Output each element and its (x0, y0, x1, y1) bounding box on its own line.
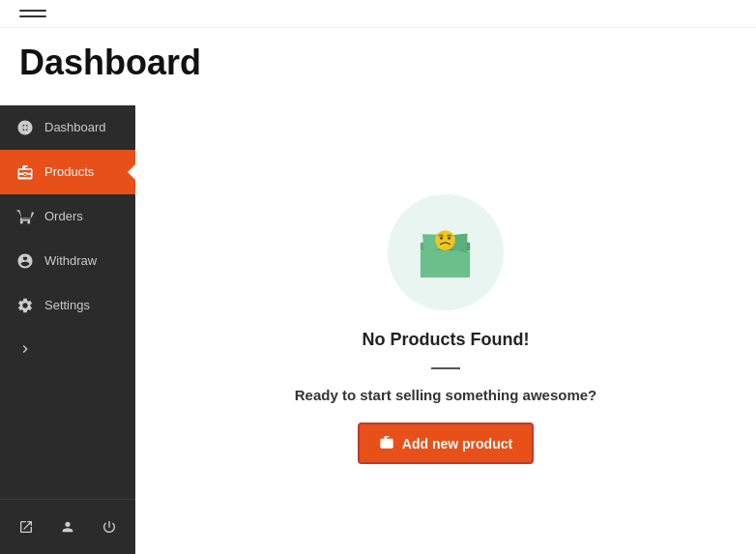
gear-icon (15, 297, 35, 314)
hamburger-menu[interactable] (19, 10, 46, 17)
sidebar-nav: Dashboard Products Orders (0, 105, 135, 370)
sidebar-label-orders: Orders (44, 209, 83, 223)
top-bar (0, 0, 756, 28)
empty-state-title: No Products Found! (363, 330, 530, 350)
briefcase-btn-icon (379, 434, 394, 452)
add-product-label: Add new product (402, 436, 512, 452)
external-link-button[interactable] (8, 511, 45, 542)
sidebar-item-withdraw[interactable]: Withdraw (0, 239, 135, 283)
sidebar-item-settings[interactable]: Settings (0, 283, 135, 328)
sidebar-item-dashboard[interactable]: Dashboard (0, 105, 135, 150)
main-layout: Dashboard Products Orders (0, 105, 756, 554)
empty-state-subtitle: Ready to start selling something awesome… (295, 387, 597, 403)
sidebar-item-products[interactable]: Products (0, 150, 135, 194)
svg-point-8 (448, 237, 451, 240)
cart-icon (15, 208, 35, 225)
briefcase-icon (15, 163, 35, 181)
empty-state-icon-circle (388, 194, 504, 310)
svg-point-6 (436, 230, 456, 250)
sidebar-bottom (0, 499, 135, 554)
empty-state: No Products Found! Ready to start sellin… (295, 194, 597, 464)
empty-state-divider (431, 367, 460, 369)
sidebar-label-products: Products (44, 164, 94, 179)
sidebar-collapse[interactable] (0, 328, 135, 370)
add-product-button[interactable]: Add new product (358, 423, 534, 464)
sidebar-label-settings: Settings (44, 298, 90, 312)
sidebar-label-withdraw: Withdraw (44, 253, 97, 268)
svg-point-0 (23, 125, 28, 130)
page-title: Dashboard (19, 44, 737, 82)
withdraw-icon (15, 252, 35, 270)
chevron-right-icon (15, 341, 35, 357)
power-button[interactable] (90, 511, 128, 542)
svg-rect-1 (421, 250, 470, 277)
sidebar-item-orders[interactable]: Orders (0, 194, 135, 239)
page-title-area: Dashboard (0, 28, 756, 105)
sidebar-label-dashboard: Dashboard (44, 120, 106, 134)
speedometer-icon (15, 119, 35, 136)
sidebar: Dashboard Products Orders (0, 105, 135, 554)
empty-box-illustration (414, 223, 477, 281)
user-button[interactable] (49, 511, 87, 542)
content-area: No Products Found! Ready to start sellin… (135, 105, 756, 554)
svg-point-7 (440, 237, 443, 240)
